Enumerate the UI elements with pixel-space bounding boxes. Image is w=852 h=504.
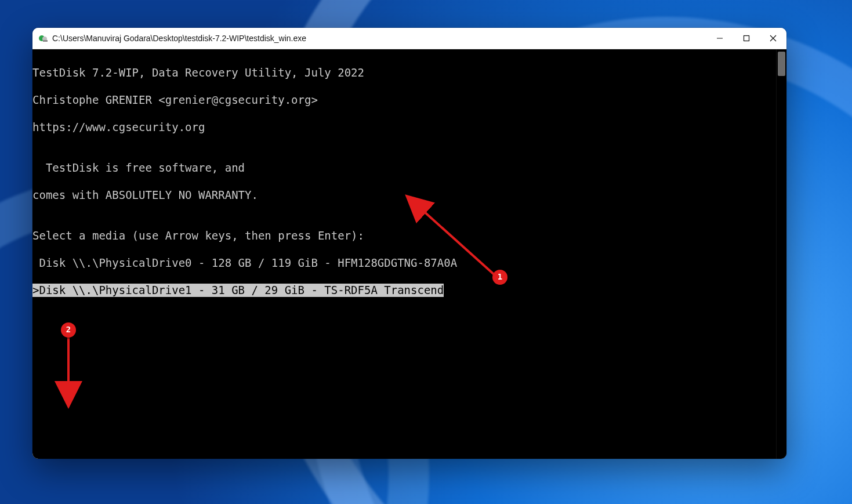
disk-option-0[interactable]: Disk \\.\PhysicalDrive0 - 128 GB / 119 G… [32,256,776,270]
terminal-line: TestDisk is free software, and [32,161,776,175]
window-titlebar[interactable]: C:\Users\Manuviraj Godara\Desktop\testdi… [32,28,786,49]
annotation-badge-1: 1 [492,270,507,285]
svg-rect-2 [43,40,48,42]
terminal-line: comes with ABSOLUTELY NO WARRANTY. [32,188,776,202]
maximize-button[interactable] [733,28,760,49]
terminal-line: https://www.cgsecurity.org [32,121,776,134]
console-window: C:\Users\Manuviraj Godara\Desktop\testdi… [32,28,786,459]
minimize-button[interactable] [706,28,733,49]
terminal-line: Christophe GRENIER <grenier@cgsecurity.o… [32,93,776,107]
scrollbar-thumb[interactable] [778,52,785,76]
terminal-output[interactable]: TestDisk 7.2-WIP, Data Recovery Utility,… [32,49,776,459]
disk-option-1-selected[interactable]: >Disk \\.\PhysicalDrive1 - 31 GB / 29 Gi… [32,284,776,297]
terminal-prompt-select: Select a media (use Arrow keys, then pre… [32,229,776,242]
close-button[interactable] [760,28,786,49]
terminal-line: TestDisk 7.2-WIP, Data Recovery Utility,… [32,66,776,79]
vertical-scrollbar[interactable] [776,49,786,459]
window-title: C:\Users\Manuviraj Godara\Desktop\testdi… [52,34,306,43]
annotation-badge-2: 2 [61,322,76,338]
svg-rect-4 [744,36,749,41]
app-icon [38,33,49,43]
